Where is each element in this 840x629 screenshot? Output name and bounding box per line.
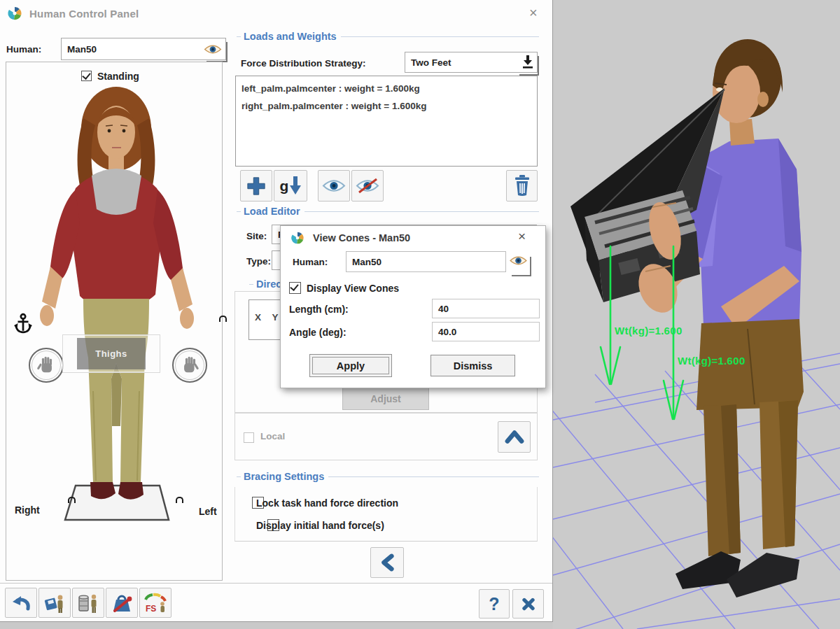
- 3d-viewport[interactable]: Wt(kg)=1.600 Wt(kg)=1.600: [553, 0, 840, 629]
- dialog-title: View Cones - Man50: [313, 232, 410, 243]
- weight-label-left: Wt(kg)=1.600: [615, 325, 682, 337]
- thighs-selector-band[interactable]: Thighs: [62, 334, 160, 373]
- barrel-human-icon: [77, 593, 99, 614]
- close-x-icon: [520, 595, 537, 612]
- delete-load-button[interactable]: [506, 170, 538, 202]
- angle-field[interactable]: 40.0: [432, 322, 540, 341]
- eye-slash-icon: [356, 178, 379, 194]
- strategy-label: Force Distribution Strategy:: [241, 58, 366, 69]
- hand-glyph: [180, 355, 200, 376]
- window-close-button[interactable]: ×: [529, 6, 538, 20]
- site-label: Site:: [246, 231, 267, 241]
- weight-wrench-icon: [111, 593, 133, 614]
- plus-icon: [246, 176, 266, 196]
- force-solver-button[interactable]: FS: [139, 588, 172, 618]
- trash-icon: [513, 175, 531, 197]
- display-view-cones-label: Display View Cones: [307, 283, 399, 294]
- field-corner-accent: [206, 42, 227, 62]
- save-posture-button[interactable]: [38, 588, 71, 618]
- dialog-human-field[interactable]: Man50: [346, 251, 506, 272]
- length-label: Length (cm):: [289, 304, 349, 315]
- view-cones-dialog: View Cones - Man50 × Human: Man50 Displa…: [280, 225, 546, 388]
- right-side-label: Right: [15, 504, 40, 516]
- combo-corner-accent: [519, 56, 539, 76]
- dialog-human-label: Human:: [293, 257, 328, 267]
- right-hand-icon[interactable]: [29, 348, 64, 383]
- type-label: Type:: [246, 256, 271, 267]
- 2d-human-figure[interactable]: [6, 62, 222, 580]
- collapse-left-button[interactable]: [370, 547, 404, 578]
- load-item[interactable]: left_palm.palmcenter : weight = 1.600kg: [241, 80, 531, 97]
- fs-gauge-icon: FS: [144, 593, 167, 614]
- dialog-field-corner-accent: [512, 257, 531, 276]
- weight-tool-button[interactable]: [106, 588, 138, 618]
- dialog-close-button[interactable]: ×: [518, 230, 526, 243]
- hide-load-button[interactable]: [351, 170, 384, 202]
- load-item[interactable]: right_palm.palmcenter : weight = 1.600kg: [241, 97, 531, 115]
- down-arrow-icon: [290, 176, 301, 195]
- app-logo-icon: [7, 6, 22, 21]
- anchor-icon[interactable]: [13, 313, 33, 334]
- local-label: Local: [260, 431, 285, 441]
- weight-label-right: Wt(kg)=1.600: [678, 355, 746, 367]
- load-posture-button[interactable]: [72, 588, 104, 618]
- strategy-combo[interactable]: Two Feet: [405, 52, 538, 73]
- add-load-button[interactable]: [240, 170, 272, 202]
- save-human-icon: [43, 593, 66, 614]
- weight-force-arrows: [553, 0, 840, 629]
- local-checkbox[interactable]: [244, 432, 254, 443]
- screenshot-root: Wt(kg)=1.600 Wt(kg)=1.600 Human Control …: [0, 0, 840, 629]
- human-name-field[interactable]: Man50: [61, 38, 226, 60]
- window-title: Human Control Panel: [29, 8, 139, 20]
- hand-glyph: [36, 355, 56, 376]
- human-name-value: Man50: [67, 44, 97, 55]
- dismiss-button[interactable]: Dismiss: [430, 355, 515, 376]
- collapse-up-button[interactable]: [498, 421, 531, 453]
- eye-icon: [322, 178, 346, 194]
- thighs-label: Thighs: [77, 338, 146, 369]
- lock-hand-force-label: Lock task hand force direction: [256, 497, 398, 509]
- gravity-letter: g: [280, 178, 289, 195]
- help-button[interactable]: ?: [479, 589, 510, 619]
- display-hand-force-label: Display initial hand force(s): [256, 520, 384, 531]
- loads-weights-header: Loads and Weights: [237, 31, 539, 42]
- length-field[interactable]: 40: [432, 299, 540, 318]
- show-load-button[interactable]: [318, 170, 350, 202]
- angle-label: Angle (deg):: [289, 327, 346, 338]
- toolbar-separator: [0, 583, 552, 584]
- load-editor-header: Load Editor: [237, 206, 539, 217]
- loads-list[interactable]: left_palm.palmcenter : weight = 1.600kg …: [235, 76, 538, 167]
- strategy-value: Two Feet: [411, 57, 451, 68]
- undo-icon: [10, 593, 31, 613]
- chevron-up-icon: [504, 429, 525, 446]
- adjust-button[interactable]: Adjust: [342, 387, 429, 410]
- svg-text:FS: FS: [146, 604, 156, 614]
- undo-button[interactable]: [5, 588, 37, 618]
- left-side-label: Left: [199, 506, 217, 517]
- bracing-settings-header: Bracing Settings: [237, 471, 539, 482]
- chevron-left-icon: [379, 553, 395, 572]
- help-question-mark: ?: [489, 594, 499, 614]
- apply-button[interactable]: Apply: [309, 354, 392, 377]
- human-label: Human:: [6, 44, 41, 55]
- dialog-logo-icon: [290, 231, 304, 245]
- display-view-cones-checkbox[interactable]: [289, 282, 301, 294]
- figure-selection-box: Standing: [6, 62, 223, 581]
- gravity-down-button[interactable]: g: [274, 170, 307, 202]
- left-hand-icon[interactable]: [172, 348, 207, 383]
- panel-close-button[interactable]: [512, 589, 544, 619]
- bracing-group: [234, 487, 538, 542]
